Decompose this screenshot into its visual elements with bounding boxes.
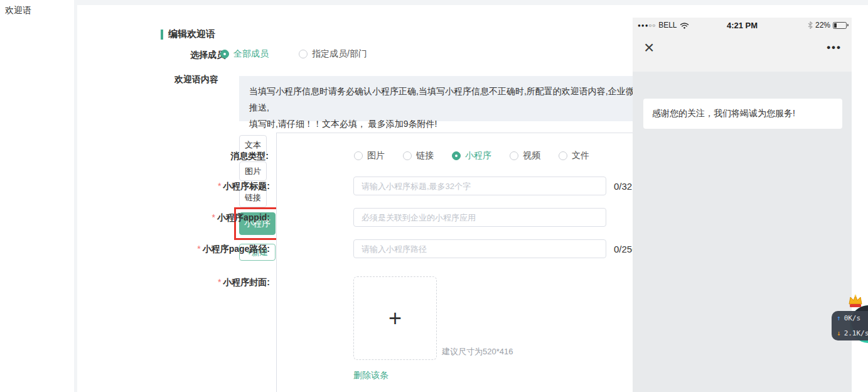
notice-line-1: 当填写小程序信息时请务必确认小程序正确,当填写小程序信息不正确时,所配置的欢迎语…	[249, 83, 679, 116]
close-icon[interactable]: ×	[644, 39, 654, 57]
radio-label: 链接	[416, 150, 434, 161]
title-accent-bar	[161, 30, 163, 40]
vip-crown-icon	[847, 294, 864, 309]
radio-msgtype-file[interactable]: 文件	[559, 150, 589, 161]
field-label: 小程序page路径:	[203, 244, 270, 254]
required-asterisk: *	[218, 277, 221, 287]
welcome-content-label: 欢迎语内容	[174, 74, 218, 85]
notice-box: 当填写小程序信息时请务必确认小程序正确,当填写小程序信息不正确时,所配置的欢迎语…	[239, 76, 689, 121]
radio-msgtype-miniprogram[interactable]: 小程序	[452, 150, 491, 161]
more-options-icon[interactable]: •••	[827, 41, 842, 54]
title-counter: 0/32	[614, 181, 632, 192]
page-title: 编辑欢迎语	[168, 28, 215, 40]
miniprogram-appid-input[interactable]	[353, 208, 606, 227]
delete-item-link[interactable]: 删除该条	[353, 370, 388, 381]
cover-upload-box[interactable]: +	[353, 276, 437, 360]
battery-percent: 22%	[815, 21, 830, 30]
chat-preview-area: 感谢您的关注，我们将竭诚为您服务!	[633, 72, 852, 392]
radio-label: 视频	[523, 150, 540, 161]
statusbar-right: 22%	[808, 21, 847, 30]
message-type-label: 消息类型:	[230, 151, 269, 162]
radio-dot-icon	[510, 151, 518, 160]
field-label: 小程序标题:	[223, 181, 270, 191]
phone-navbar: × •••	[633, 33, 852, 72]
plus-icon: +	[388, 307, 402, 330]
miniprogram-path-input[interactable]	[353, 239, 606, 258]
radio-msgtype-video[interactable]: 视频	[510, 150, 540, 161]
radio-dot-icon	[452, 151, 461, 160]
radio-dot-icon	[299, 50, 308, 58]
radio-label: 文件	[572, 150, 589, 161]
cover-size-hint: 建议尺寸为520*416	[442, 346, 513, 357]
download-arrow-icon: ↓	[837, 329, 841, 337]
required-asterisk: *	[197, 244, 200, 254]
sidebar-item-welcome-message[interactable]: 欢迎语	[5, 5, 31, 16]
required-asterisk: *	[218, 181, 221, 191]
message-type-radio-group: 图片 链接 小程序 视频 文件	[354, 150, 589, 161]
radio-label: 图片	[367, 150, 385, 161]
radio-specific-members[interactable]: 指定成员/部门	[299, 48, 367, 60]
download-speed-row: ↓ 2.1K/s	[837, 329, 868, 337]
network-speed-widget[interactable]: ↑ 0K/s ↓ 2.1K/s	[832, 311, 868, 340]
radio-dot-icon	[403, 151, 412, 160]
radio-label: 指定成员/部门	[312, 48, 367, 60]
download-speed-value: 2.1K/s	[844, 329, 868, 337]
radio-dot-icon	[354, 151, 363, 160]
radio-label: 小程序	[465, 150, 491, 161]
phone-preview: ●●●○○ BELL 4:21 PM 22% × ••• 感	[633, 18, 852, 392]
welcome-message-bubble: 感谢您的关注，我们将竭诚为您服务!	[643, 99, 842, 129]
battery-icon	[833, 22, 847, 29]
miniprogram-appid-label: *小程序appid:	[212, 212, 270, 224]
page-background-strip	[74, 0, 868, 5]
miniprogram-title-input[interactable]	[353, 177, 606, 195]
radio-msgtype-image[interactable]: 图片	[354, 150, 385, 161]
upload-arrow-icon: ↑	[837, 314, 841, 322]
upload-speed-row: ↑ 0K/s	[837, 314, 868, 322]
radio-dot-icon	[559, 151, 567, 160]
field-label: 小程序appid:	[217, 212, 270, 222]
bluetooth-icon	[808, 21, 813, 29]
upload-speed-value: 0K/s	[844, 314, 861, 322]
radio-label: 全部成员	[233, 48, 269, 60]
member-radio-group: 全部成员 指定成员/部门	[220, 48, 367, 60]
radio-dot-icon	[220, 50, 229, 58]
radio-msgtype-link[interactable]: 链接	[403, 150, 434, 161]
required-asterisk: *	[212, 212, 215, 222]
notice-line-2: 填写时,请仔细！！文本必填， 最多添加9条附件!	[249, 116, 679, 132]
field-label: 小程序封面:	[223, 277, 270, 287]
miniprogram-path-label: *小程序page路径:	[197, 244, 270, 255]
tab-image[interactable]: 图片	[239, 161, 267, 181]
phone-statusbar: ●●●○○ BELL 4:21 PM 22%	[633, 18, 852, 33]
radio-all-members[interactable]: 全部成员	[220, 48, 269, 60]
miniprogram-title-label: *小程序标题:	[218, 181, 270, 192]
miniprogram-cover-label: *小程序封面:	[218, 277, 270, 288]
